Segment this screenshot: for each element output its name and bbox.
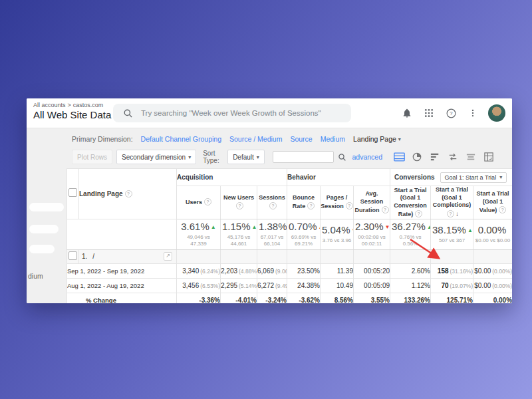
cell: 00:05:09: [354, 278, 390, 293]
cell: [431, 249, 473, 263]
pivot-view-icon[interactable]: [483, 152, 495, 162]
table-view-icon[interactable]: [393, 152, 405, 162]
breadcrumb-property[interactable]: castos.com: [73, 102, 104, 108]
secondary-dimension-button[interactable]: Secondary dimension ▾: [116, 150, 196, 164]
clipped-nav-label: dium: [28, 272, 43, 280]
cell: [221, 249, 257, 263]
breadcrumb[interactable]: All accounts > castos.com: [33, 102, 116, 108]
chevron-down-icon: ▾: [398, 136, 401, 142]
chevron-down-icon: ▾: [188, 154, 191, 160]
column-header-bounce-rate[interactable]: Bounce Rate?: [287, 186, 321, 219]
column-header-goal-completions[interactable]: Start a Trial (Goal 1 Completions)?↓: [431, 186, 473, 219]
cell: 3,456(6.53%): [177, 278, 221, 293]
cell: 00:05:20: [354, 263, 390, 278]
chevron-down-icon: ▾: [257, 154, 259, 160]
avatar[interactable]: [488, 104, 505, 122]
search-icon: [121, 106, 134, 120]
trend-up-icon: ▲: [467, 227, 473, 233]
help-icon[interactable]: ?: [307, 202, 315, 209]
help-icon[interactable]: ?: [236, 202, 243, 209]
cell: [257, 249, 287, 263]
summary-row: 3.61%▲49,046 vs 47,339 1.15%▲45,176 vs 4…: [67, 219, 513, 249]
table-row-previous-period: Aug 1, 2022 - Aug 19, 2022 3,456(6.53%) …: [67, 278, 513, 293]
cell: -3.62%: [287, 293, 321, 303]
cell: [354, 249, 390, 263]
performance-view-icon[interactable]: [429, 152, 441, 162]
cell: $0.00(0.00%): [473, 263, 512, 278]
column-header-avg-session-duration[interactable]: Avg. Session Duration?: [354, 186, 390, 219]
select-all-cell: [67, 169, 79, 219]
comparison-view-icon[interactable]: [447, 152, 459, 162]
table-search-input[interactable]: [273, 151, 334, 163]
help-icon[interactable]: ?: [204, 198, 211, 205]
column-header-sessions[interactable]: Sessions?: [257, 186, 287, 219]
advanced-link[interactable]: advanced: [352, 153, 382, 161]
term-cloud-icon[interactable]: [465, 152, 477, 162]
sort-type-label: Sort Type:: [203, 150, 223, 164]
help-icon[interactable]: ?: [415, 210, 422, 217]
top-bar: All accounts > castos.com All Web Site D…: [27, 98, 512, 128]
dimension-link-default-channel-grouping[interactable]: Default Channel Grouping: [141, 135, 221, 143]
cell: 3,340(6.24%): [177, 263, 221, 278]
group-header-acquisition: Acquisition: [177, 169, 287, 186]
search-icon[interactable]: [338, 150, 347, 164]
trend-up-icon: ▲: [252, 224, 257, 230]
column-header-users[interactable]: Users?: [177, 186, 221, 219]
help-icon[interactable]: ?: [346, 202, 353, 209]
primary-dimension-bar: Primary Dimension: Default Channel Group…: [72, 135, 401, 143]
group-header-behavior: Behavior: [287, 169, 390, 186]
sort-desc-icon: ↓: [456, 210, 459, 217]
trend-up-icon: ▲: [211, 224, 216, 230]
help-icon[interactable]: ?: [447, 210, 454, 217]
report-main: Primary Dimension: Default Channel Group…: [66, 128, 512, 303]
row-checkbox[interactable]: [68, 251, 77, 260]
column-header-new-users[interactable]: New Users?: [221, 186, 257, 219]
help-icon[interactable]: ?: [269, 202, 277, 209]
summary-cell-users: 3.61%▲49,046 vs 47,339: [177, 219, 221, 249]
landing-page-value[interactable]: /: [92, 253, 94, 260]
help-icon[interactable]: ?: [444, 106, 458, 120]
plot-rows-button[interactable]: Plot Rows: [72, 150, 112, 164]
table-row-current-period: Sep 1, 2022 - Sep 19, 2022 3,340(6.24%) …: [67, 263, 513, 278]
help-icon[interactable]: ?: [499, 206, 506, 213]
cell: -4.01%: [221, 293, 257, 303]
dimension-link-source-medium[interactable]: Source / Medium: [229, 135, 282, 143]
cell: 133.26%: [390, 293, 431, 303]
goal-selector[interactable]: Goal 1: Start a Trial ▾: [440, 172, 507, 183]
apps-grid-icon[interactable]: [422, 106, 436, 120]
more-vert-icon[interactable]: [466, 106, 479, 120]
landing-page-cell: 1. / ↗: [79, 249, 177, 263]
sort-type-select[interactable]: Default ▾: [227, 150, 265, 164]
cell: 3.55%: [354, 293, 390, 303]
landing-page-table: Landing Page? Acquisition Behavior Conve…: [66, 168, 512, 303]
open-page-icon[interactable]: ↗: [164, 252, 172, 261]
column-header-landing-page[interactable]: Landing Page?: [79, 169, 177, 219]
summary-cell-goal-value: 0.00%$0.00 vs $0.00: [473, 219, 512, 249]
global-search[interactable]: Try searching "Week over Week Growth of …: [113, 104, 351, 122]
percentage-view-icon[interactable]: [411, 152, 423, 162]
select-all-checkbox[interactable]: [68, 188, 77, 197]
breadcrumb-root[interactable]: All accounts: [33, 102, 66, 108]
summary-cell-avg-session-duration: 2.30%▼00:02:08 vs 00:02:11: [354, 219, 390, 249]
column-header-goal-conversion-rate[interactable]: Start a Trial (Goal 1 Conversion Rate)?: [390, 186, 431, 219]
bell-icon[interactable]: [400, 106, 414, 120]
cell-goal-completions: 158(31.16%): [431, 263, 473, 278]
desktop-background: All accounts > castos.com All Web Site D…: [0, 0, 532, 399]
dimension-link-medium[interactable]: Medium: [321, 135, 345, 143]
cell: -3.24%: [257, 293, 287, 303]
cell: 0.00%: [473, 293, 512, 303]
cell: 10.49: [321, 278, 354, 293]
trend-up-icon: ▲: [427, 224, 431, 230]
cell: 23.50%: [287, 263, 321, 278]
help-icon[interactable]: ?: [382, 206, 389, 213]
property-selector[interactable]: All Web Site Data ▾: [33, 109, 116, 120]
column-header-pages-session[interactable]: Pages / Session?: [321, 186, 354, 219]
dimension-selected-landing-page[interactable]: Landing Page ▾: [353, 135, 401, 143]
help-icon[interactable]: ?: [125, 190, 132, 198]
nav-skeleton-pill: [29, 245, 55, 253]
group-header-conversions: Conversions Goal 1: Start a Trial ▾: [390, 169, 512, 186]
column-header-goal-value[interactable]: Start a Trial (Goal 1 Value)?: [473, 186, 512, 219]
cell: 2,295(5.14%): [221, 278, 257, 293]
dimension-link-source[interactable]: Source: [290, 135, 312, 143]
page-title: All Web Site Data: [33, 109, 111, 120]
